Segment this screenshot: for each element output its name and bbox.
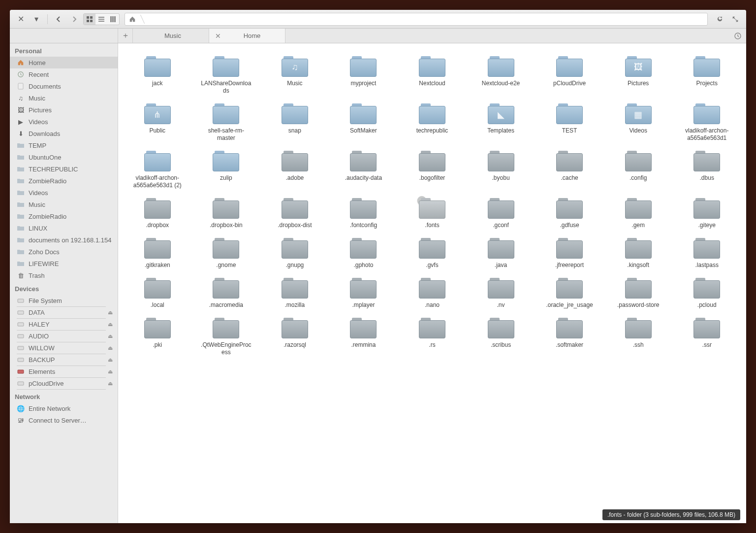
sidebar-item[interactable]: Documents: [10, 80, 118, 92]
sidebar-item[interactable]: Videos: [10, 187, 118, 199]
folder-item[interactable]: Nextcloud: [398, 53, 467, 98]
folder-item[interactable]: pCloudDrive: [535, 53, 604, 98]
eject-icon[interactable]: ⏏: [108, 357, 113, 363]
sidebar-item[interactable]: TECHREPUBLIC: [10, 163, 118, 175]
folder-item[interactable]: ◣Templates: [467, 100, 536, 145]
sidebar-item[interactable]: BACKUP⏏: [10, 354, 118, 366]
eject-icon[interactable]: ⏏: [108, 368, 113, 375]
folder-item[interactable]: .mozilla: [260, 275, 329, 312]
folder-item[interactable]: .gphoto: [329, 235, 398, 272]
folder-item[interactable]: .macromedia: [192, 275, 261, 312]
folder-item[interactable]: .mplayer: [329, 275, 398, 312]
back-button[interactable]: [52, 13, 65, 25]
folder-item[interactable]: .jfreereport: [535, 235, 604, 272]
folder-item[interactable]: .dropbox: [123, 195, 192, 232]
new-tab-button[interactable]: ＋: [118, 29, 133, 43]
sidebar-item[interactable]: ▶Videos: [10, 116, 118, 128]
minimize-button[interactable]: ▾: [30, 13, 43, 25]
folder-item[interactable]: .byobu: [467, 148, 536, 192]
folder-item[interactable]: ⋔Public: [123, 100, 192, 145]
folder-item[interactable]: ✓.fonts: [398, 195, 467, 232]
eject-icon[interactable]: ⏏: [108, 333, 113, 339]
folder-item[interactable]: .dropbox-bin: [192, 195, 261, 232]
folder-item[interactable]: .QtWebEngineProcess: [192, 315, 261, 359]
folder-item[interactable]: .fontconfig: [329, 195, 398, 232]
folder-item[interactable]: ♫Music: [260, 53, 329, 98]
sidebar-item[interactable]: 🌐Entire Network: [10, 402, 118, 414]
folder-item[interactable]: .scribus: [467, 315, 536, 359]
sidebar-item[interactable]: 🖳Connect to Server…: [10, 414, 118, 426]
folder-item[interactable]: TEST: [535, 100, 604, 145]
folder-item[interactable]: .lastpass: [672, 235, 741, 272]
folder-item[interactable]: .java: [467, 235, 536, 272]
folder-item[interactable]: .softmaker: [535, 315, 604, 359]
folder-item[interactable]: 🖼Pictures: [604, 53, 673, 98]
folder-item[interactable]: .gnome: [192, 235, 261, 272]
sidebar-item[interactable]: ZombieRadio: [10, 175, 118, 187]
sidebar-item[interactable]: Zoho Docs: [10, 246, 118, 258]
icon-view-button[interactable]: [84, 14, 95, 25]
path-home-segment[interactable]: [125, 13, 140, 25]
folder-item[interactable]: .remmina: [329, 315, 398, 359]
forward-button[interactable]: [67, 13, 81, 25]
folder-item[interactable]: myproject: [329, 53, 398, 98]
folder-item[interactable]: shell-safe-rm-master: [192, 100, 261, 145]
sidebar-item[interactable]: File System: [10, 295, 118, 306]
folder-item[interactable]: .local: [123, 275, 192, 312]
close-tab-icon[interactable]: ✕: [215, 32, 221, 40]
folder-item[interactable]: .dbus: [672, 148, 741, 192]
folder-item[interactable]: .razorsql: [260, 315, 329, 359]
sidebar-item[interactable]: Home: [10, 57, 118, 68]
close-button[interactable]: ✕: [14, 13, 28, 25]
folder-item[interactable]: Projects: [672, 53, 741, 98]
sidebar-item[interactable]: HALEY⏏: [10, 318, 118, 330]
folder-item[interactable]: techrepublic: [398, 100, 467, 145]
folder-item[interactable]: .gdfuse: [535, 195, 604, 232]
eject-icon[interactable]: ⏏: [108, 345, 113, 351]
eject-icon[interactable]: ⏏: [108, 309, 113, 316]
sidebar-item[interactable]: documents on 192.168.1.154: [10, 234, 118, 246]
folder-item[interactable]: .password-store: [604, 275, 673, 312]
maximize-button[interactable]: [728, 13, 742, 25]
sidebar-item[interactable]: 🖼Pictures: [10, 104, 118, 116]
folder-item[interactable]: Nextcloud-e2e: [467, 53, 536, 98]
folder-item[interactable]: .pki: [123, 315, 192, 359]
folder-item[interactable]: .gitkraken: [123, 235, 192, 272]
sidebar-item[interactable]: WILLOW⏏: [10, 342, 118, 354]
sidebar-item[interactable]: ⬇Downloads: [10, 128, 118, 139]
sidebar-item[interactable]: TEMP: [10, 139, 118, 151]
sidebar-item[interactable]: LINUX: [10, 222, 118, 234]
eject-icon[interactable]: ⏏: [108, 380, 113, 387]
tab-home[interactable]: ✕ Home: [209, 29, 285, 43]
folder-item[interactable]: .pcloud: [672, 275, 741, 312]
folder-item[interactable]: zulip: [192, 148, 261, 192]
sidebar-item[interactable]: LIFEWIRE: [10, 258, 118, 269]
sidebar-item[interactable]: 🗑Trash: [10, 269, 118, 281]
folder-item[interactable]: vladikoff-archon-a565a6e563d1: [672, 100, 741, 145]
eject-icon[interactable]: ⏏: [108, 321, 113, 328]
folder-item[interactable]: .config: [604, 148, 673, 192]
list-view-button[interactable]: [95, 14, 107, 25]
folder-item[interactable]: .gem: [604, 195, 673, 232]
folder-item[interactable]: .kingsoft: [604, 235, 673, 272]
folder-item[interactable]: .cache: [535, 148, 604, 192]
sidebar-item[interactable]: Elements⏏: [10, 366, 118, 377]
folder-item[interactable]: .bogofilter: [398, 148, 467, 192]
folder-item[interactable]: .nv: [467, 275, 536, 312]
sidebar-item[interactable]: pCloudDrive⏏: [10, 377, 118, 389]
tab-music[interactable]: Music: [133, 29, 209, 43]
sidebar-item[interactable]: DATA⏏: [10, 306, 118, 318]
sidebar-item[interactable]: ♫Music: [10, 92, 118, 104]
folder-item[interactable]: .giteye: [672, 195, 741, 232]
folder-item[interactable]: .adobe: [260, 148, 329, 192]
folder-item[interactable]: .oracle_jre_usage: [535, 275, 604, 312]
folder-item[interactable]: .audacity-data: [329, 148, 398, 192]
folder-item[interactable]: SoftMaker: [329, 100, 398, 145]
sidebar-item[interactable]: ZombieRadio: [10, 210, 118, 222]
folder-item[interactable]: vladikoff-archon-a565a6e563d1 (2): [123, 148, 192, 192]
history-button[interactable]: [729, 29, 746, 43]
folder-item[interactable]: .dropbox-dist: [260, 195, 329, 232]
folder-item[interactable]: snap: [260, 100, 329, 145]
folder-item[interactable]: .gconf: [467, 195, 536, 232]
sidebar-item[interactable]: Recent: [10, 68, 118, 80]
